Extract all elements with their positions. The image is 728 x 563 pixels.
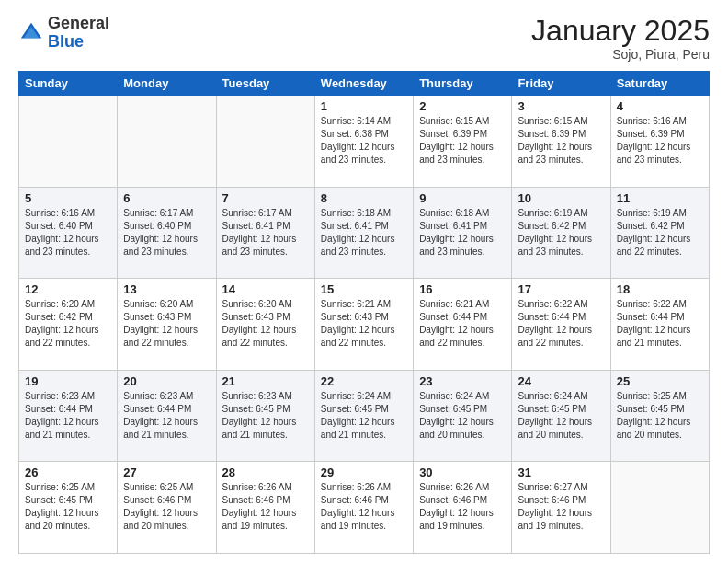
calendar-week-row: 26Sunrise: 6:25 AMSunset: 6:45 PMDayligh… [19, 462, 710, 554]
day-info: Sunrise: 6:25 AMSunset: 6:45 PMDaylight:… [25, 481, 111, 533]
day-info: Sunrise: 6:17 AMSunset: 6:40 PMDaylight:… [123, 207, 210, 259]
calendar-cell: 6Sunrise: 6:17 AMSunset: 6:40 PMDaylight… [118, 187, 216, 279]
day-number: 12 [25, 282, 111, 296]
calendar-cell [610, 462, 709, 554]
calendar-header-sunday: Sunday [19, 72, 118, 96]
day-number: 17 [518, 282, 604, 296]
calendar-cell: 23Sunrise: 6:24 AMSunset: 6:45 PMDayligh… [414, 370, 512, 462]
day-info: Sunrise: 6:21 AMSunset: 6:43 PMDaylight:… [321, 298, 407, 350]
calendar-cell: 26Sunrise: 6:25 AMSunset: 6:45 PMDayligh… [19, 462, 118, 554]
day-info: Sunrise: 6:24 AMSunset: 6:45 PMDaylight:… [321, 390, 407, 442]
calendar-cell: 24Sunrise: 6:24 AMSunset: 6:45 PMDayligh… [512, 370, 610, 462]
calendar-cell: 2Sunrise: 6:15 AMSunset: 6:39 PMDaylight… [414, 96, 512, 188]
day-info: Sunrise: 6:17 AMSunset: 6:41 PMDaylight:… [222, 207, 309, 259]
calendar-cell: 11Sunrise: 6:19 AMSunset: 6:42 PMDayligh… [610, 187, 709, 279]
calendar-cell: 4Sunrise: 6:16 AMSunset: 6:39 PMDaylight… [610, 96, 709, 188]
day-info: Sunrise: 6:20 AMSunset: 6:43 PMDaylight:… [123, 298, 210, 350]
day-info: Sunrise: 6:20 AMSunset: 6:42 PMDaylight:… [25, 298, 111, 350]
day-info: Sunrise: 6:18 AMSunset: 6:41 PMDaylight:… [321, 207, 407, 259]
day-info: Sunrise: 6:25 AMSunset: 6:45 PMDaylight:… [617, 390, 703, 442]
day-number: 21 [222, 374, 309, 388]
day-number: 8 [321, 191, 407, 205]
calendar-cell: 21Sunrise: 6:23 AMSunset: 6:45 PMDayligh… [216, 370, 314, 462]
day-number: 27 [123, 465, 210, 479]
calendar-cell: 12Sunrise: 6:20 AMSunset: 6:42 PMDayligh… [19, 279, 118, 371]
calendar-cell: 14Sunrise: 6:20 AMSunset: 6:43 PMDayligh… [216, 279, 314, 371]
day-info: Sunrise: 6:24 AMSunset: 6:45 PMDaylight:… [419, 390, 506, 442]
calendar-cell [216, 96, 314, 188]
calendar-week-row: 12Sunrise: 6:20 AMSunset: 6:42 PMDayligh… [19, 279, 710, 371]
day-number: 28 [222, 465, 309, 479]
calendar-cell: 31Sunrise: 6:27 AMSunset: 6:46 PMDayligh… [512, 462, 610, 554]
day-number: 2 [419, 99, 506, 113]
calendar-cell: 28Sunrise: 6:26 AMSunset: 6:46 PMDayligh… [216, 462, 314, 554]
day-number: 26 [25, 465, 111, 479]
day-info: Sunrise: 6:26 AMSunset: 6:46 PMDaylight:… [222, 481, 309, 533]
day-number: 13 [123, 282, 210, 296]
day-number: 7 [222, 191, 309, 205]
day-number: 18 [617, 282, 703, 296]
day-info: Sunrise: 6:16 AMSunset: 6:39 PMDaylight:… [617, 115, 703, 167]
calendar-cell: 8Sunrise: 6:18 AMSunset: 6:41 PMDaylight… [314, 187, 413, 279]
calendar-cell: 16Sunrise: 6:21 AMSunset: 6:44 PMDayligh… [414, 279, 512, 371]
day-info: Sunrise: 6:15 AMSunset: 6:39 PMDaylight:… [518, 115, 604, 167]
calendar-week-row: 1Sunrise: 6:14 AMSunset: 6:38 PMDaylight… [19, 96, 710, 188]
day-number: 5 [25, 191, 111, 205]
day-info: Sunrise: 6:22 AMSunset: 6:44 PMDaylight:… [518, 298, 604, 350]
calendar-week-row: 5Sunrise: 6:16 AMSunset: 6:40 PMDaylight… [19, 187, 710, 279]
day-info: Sunrise: 6:23 AMSunset: 6:44 PMDaylight:… [123, 390, 210, 442]
day-number: 29 [321, 465, 407, 479]
day-number: 9 [419, 191, 506, 205]
calendar-week-row: 19Sunrise: 6:23 AMSunset: 6:44 PMDayligh… [19, 370, 710, 462]
day-info: Sunrise: 6:23 AMSunset: 6:44 PMDaylight:… [25, 390, 111, 442]
day-number: 19 [25, 374, 111, 388]
calendar-cell: 17Sunrise: 6:22 AMSunset: 6:44 PMDayligh… [512, 279, 610, 371]
calendar-cell [19, 96, 118, 188]
location: Sojo, Piura, Peru [531, 47, 710, 62]
day-number: 11 [617, 191, 703, 205]
day-number: 15 [321, 282, 407, 296]
calendar-cell: 22Sunrise: 6:24 AMSunset: 6:45 PMDayligh… [314, 370, 413, 462]
day-info: Sunrise: 6:19 AMSunset: 6:42 PMDaylight:… [518, 207, 604, 259]
calendar-table: SundayMondayTuesdayWednesdayThursdayFrid… [18, 71, 710, 554]
day-info: Sunrise: 6:20 AMSunset: 6:43 PMDaylight:… [222, 298, 309, 350]
day-number: 14 [222, 282, 309, 296]
calendar-header-wednesday: Wednesday [314, 72, 413, 96]
day-info: Sunrise: 6:26 AMSunset: 6:46 PMDaylight:… [419, 481, 506, 533]
calendar-cell: 7Sunrise: 6:17 AMSunset: 6:41 PMDaylight… [216, 187, 314, 279]
calendar-cell: 20Sunrise: 6:23 AMSunset: 6:44 PMDayligh… [118, 370, 216, 462]
calendar-header-monday: Monday [118, 72, 216, 96]
day-info: Sunrise: 6:15 AMSunset: 6:39 PMDaylight:… [419, 115, 506, 167]
day-info: Sunrise: 6:23 AMSunset: 6:45 PMDaylight:… [222, 390, 309, 442]
day-info: Sunrise: 6:19 AMSunset: 6:42 PMDaylight:… [617, 207, 703, 259]
day-number: 25 [617, 374, 703, 388]
calendar-cell: 19Sunrise: 6:23 AMSunset: 6:44 PMDayligh… [19, 370, 118, 462]
title-block: January 2025 Sojo, Piura, Peru [531, 15, 710, 62]
header: General Blue January 2025 Sojo, Piura, P… [18, 15, 710, 62]
calendar-cell: 27Sunrise: 6:25 AMSunset: 6:46 PMDayligh… [118, 462, 216, 554]
calendar-cell: 13Sunrise: 6:20 AMSunset: 6:43 PMDayligh… [118, 279, 216, 371]
day-info: Sunrise: 6:27 AMSunset: 6:46 PMDaylight:… [518, 481, 604, 533]
calendar-cell: 30Sunrise: 6:26 AMSunset: 6:46 PMDayligh… [414, 462, 512, 554]
calendar-header-tuesday: Tuesday [216, 72, 314, 96]
day-info: Sunrise: 6:21 AMSunset: 6:44 PMDaylight:… [419, 298, 506, 350]
day-number: 10 [518, 191, 604, 205]
day-number: 31 [518, 465, 604, 479]
day-info: Sunrise: 6:25 AMSunset: 6:46 PMDaylight:… [123, 481, 210, 533]
day-number: 23 [419, 374, 506, 388]
day-info: Sunrise: 6:24 AMSunset: 6:45 PMDaylight:… [518, 390, 604, 442]
day-info: Sunrise: 6:16 AMSunset: 6:40 PMDaylight:… [25, 207, 111, 259]
calendar-cell: 9Sunrise: 6:18 AMSunset: 6:41 PMDaylight… [414, 187, 512, 279]
calendar-cell: 25Sunrise: 6:25 AMSunset: 6:45 PMDayligh… [610, 370, 709, 462]
calendar-header-row: SundayMondayTuesdayWednesdayThursdayFrid… [19, 72, 710, 96]
day-info: Sunrise: 6:18 AMSunset: 6:41 PMDaylight:… [419, 207, 506, 259]
calendar-cell: 29Sunrise: 6:26 AMSunset: 6:46 PMDayligh… [314, 462, 413, 554]
day-info: Sunrise: 6:22 AMSunset: 6:44 PMDaylight:… [617, 298, 703, 350]
day-number: 20 [123, 374, 210, 388]
day-number: 30 [419, 465, 506, 479]
logo-text: General Blue [48, 15, 109, 52]
day-number: 1 [321, 99, 407, 113]
day-number: 16 [419, 282, 506, 296]
calendar-cell: 1Sunrise: 6:14 AMSunset: 6:38 PMDaylight… [314, 96, 413, 188]
day-number: 3 [518, 99, 604, 113]
